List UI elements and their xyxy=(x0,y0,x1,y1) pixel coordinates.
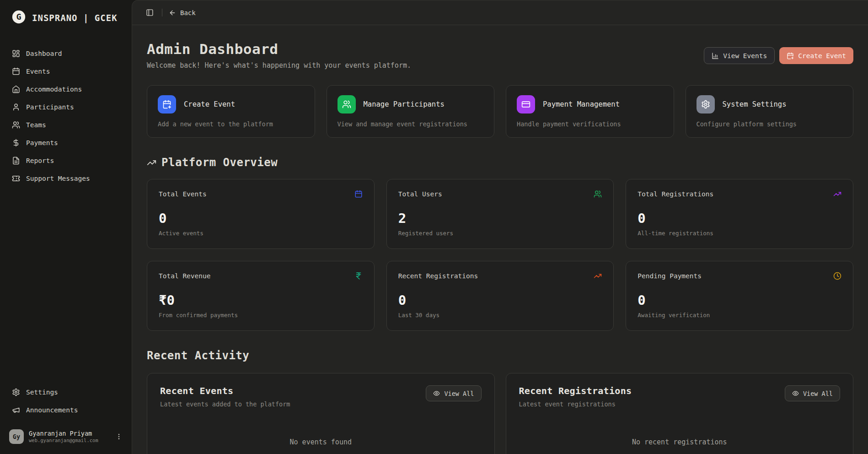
sidebar-nav: Dashboard Events Accommodations Particip… xyxy=(7,46,124,186)
recent-registrations-card: Recent Registrations Latest event regist… xyxy=(506,373,854,454)
view-all-registrations-button[interactable]: View All xyxy=(785,385,840,401)
view-events-button[interactable]: View Events xyxy=(704,47,775,64)
recent-events-card: Recent Events Latest events added to the… xyxy=(147,373,495,454)
sidebar-item-dashboard[interactable]: Dashboard xyxy=(7,46,124,61)
users-icon xyxy=(12,121,20,129)
more-vertical-icon xyxy=(115,433,123,440)
user-email: web.gyanranjan@gmail.com xyxy=(29,438,110,444)
recent-registrations-header: Recent Registrations Latest event regist… xyxy=(519,385,632,408)
users-icon xyxy=(338,95,356,114)
quick-action-header: Manage Participants xyxy=(338,95,484,114)
sidebar-item-label: Support Messages xyxy=(26,175,90,182)
stat-label: Total Registrations xyxy=(638,190,713,198)
recent-events-header: Recent Events Latest events added to the… xyxy=(160,385,290,408)
sidebar-item-teams[interactable]: Teams xyxy=(7,117,124,133)
stat-recent-registrations: Recent Registrations 0 Last 30 days xyxy=(386,261,614,331)
sidebar-item-events[interactable]: Events xyxy=(7,64,124,79)
bar-chart-icon xyxy=(712,52,719,59)
stats-grid: Total Events 0 Active events Total Users… xyxy=(147,179,853,331)
sidebar-item-reports[interactable]: Reports xyxy=(7,153,124,168)
stat-description: Registered users xyxy=(398,230,602,237)
recent-activity-title: Recent Activity xyxy=(147,349,853,362)
home-icon xyxy=(12,85,20,93)
dollar-icon xyxy=(12,139,20,147)
stat-value: 0 xyxy=(159,212,363,225)
users-icon xyxy=(594,190,602,198)
sidebar-item-label: Participants xyxy=(26,103,74,111)
page-header: Admin Dashboard Welcome back! Here's wha… xyxy=(147,41,853,70)
sidebar-toggle-button[interactable] xyxy=(144,7,155,18)
stat-description: Last 30 days xyxy=(398,312,602,319)
quick-action-payment-management[interactable]: Payment Management Handle payment verifi… xyxy=(506,85,674,138)
section-title-label: Platform Overview xyxy=(161,156,278,169)
view-all-label: View All xyxy=(444,390,474,397)
page-subtitle: Welcome back! Here's what's happening wi… xyxy=(147,61,411,70)
quick-action-description: Configure platform settings xyxy=(697,120,843,128)
create-event-button[interactable]: Create Event xyxy=(779,47,853,64)
quick-action-create-event[interactable]: Create Event Add a new event to the plat… xyxy=(147,85,315,138)
sidebar-item-label: Events xyxy=(26,68,50,75)
stat-label: Total Users xyxy=(398,190,442,198)
sidebar-item-settings[interactable]: Settings xyxy=(7,384,124,400)
user-profile[interactable]: Gy Gyanranjan Priyam web.gyanranjan@gmai… xyxy=(7,427,124,447)
stat-description: All-time registrations xyxy=(638,230,841,237)
card-title: Recent Events xyxy=(160,385,290,396)
stat-pending-payments: Pending Payments 0 Awaiting verification xyxy=(626,261,853,331)
quick-action-title: System Settings xyxy=(723,100,787,108)
calendar-plus-icon xyxy=(158,95,176,114)
main-panel: Back Admin Dashboard Welcome back! Here'… xyxy=(132,0,868,454)
sidebar-item-label: Settings xyxy=(26,389,58,396)
stat-description: From confirmed payments xyxy=(159,312,363,319)
quick-action-title: Manage Participants xyxy=(364,100,445,108)
sidebar-spacer xyxy=(7,186,124,384)
quick-action-manage-participants[interactable]: Manage Participants View and manage even… xyxy=(327,85,495,138)
brand[interactable]: G INSPRANO | GCEK xyxy=(7,6,124,29)
view-all-label: View All xyxy=(803,390,833,397)
calendar-icon xyxy=(12,67,20,76)
user-icon xyxy=(12,103,20,111)
stat-total-registrations: Total Registrations 0 All-time registrat… xyxy=(626,179,853,249)
sidebar-item-support-messages[interactable]: Support Messages xyxy=(7,171,124,186)
calendar-plus-icon xyxy=(787,52,794,59)
avatar: Gy xyxy=(9,429,24,444)
back-label: Back xyxy=(180,9,196,16)
sidebar-footer: Settings Announcements Gy Gyanranjan Pri… xyxy=(7,384,124,447)
trending-up-icon xyxy=(594,272,602,280)
panel-left-icon xyxy=(146,9,154,16)
credit-card-icon xyxy=(517,95,535,114)
sidebar-item-label: Reports xyxy=(26,157,54,164)
sidebar-item-accommodations[interactable]: Accommodations xyxy=(7,81,124,97)
user-info: Gyanranjan Priyam web.gyanranjan@gmail.c… xyxy=(29,430,110,444)
stat-label: Total Revenue xyxy=(159,272,211,280)
eye-icon xyxy=(433,390,440,397)
quick-action-header: Create Event xyxy=(158,95,304,114)
view-all-events-button[interactable]: View All xyxy=(426,385,481,401)
card-title: Recent Registrations xyxy=(519,385,632,396)
sidebar-item-participants[interactable]: Participants xyxy=(7,99,124,115)
quick-action-header: System Settings xyxy=(697,95,843,114)
stat-description: Awaiting verification xyxy=(638,312,841,319)
stat-description: Active events xyxy=(159,230,363,237)
sidebar-item-payments[interactable]: Payments xyxy=(7,135,124,151)
recent-activity-grid: Recent Events Latest events added to the… xyxy=(147,373,853,454)
stat-value: 2 xyxy=(398,212,602,225)
arrow-left-icon xyxy=(169,9,176,16)
profile-menu-button[interactable] xyxy=(115,433,123,440)
sidebar-item-label: Teams xyxy=(26,121,46,129)
back-button[interactable]: Back xyxy=(169,9,196,16)
sidebar-item-announcements[interactable]: Announcements xyxy=(7,402,124,418)
megaphone-icon xyxy=(12,406,20,414)
stat-label: Total Events xyxy=(159,190,207,198)
topbar-divider xyxy=(162,9,162,16)
trending-up-icon xyxy=(147,158,156,168)
quick-action-system-settings[interactable]: System Settings Configure platform setti… xyxy=(686,85,854,138)
main-area: Back Admin Dashboard Welcome back! Here'… xyxy=(132,0,868,454)
quick-action-description: Handle payment verifications xyxy=(517,120,663,128)
view-events-label: View Events xyxy=(723,52,767,59)
stat-label: Pending Payments xyxy=(638,272,702,280)
empty-registrations-message: No recent registrations xyxy=(519,438,841,446)
sidebar: G INSPRANO | GCEK Dashboard Events Accom… xyxy=(0,0,132,454)
trending-up-icon xyxy=(833,190,841,198)
create-event-label: Create Event xyxy=(798,52,846,59)
ticket-icon xyxy=(12,174,20,183)
